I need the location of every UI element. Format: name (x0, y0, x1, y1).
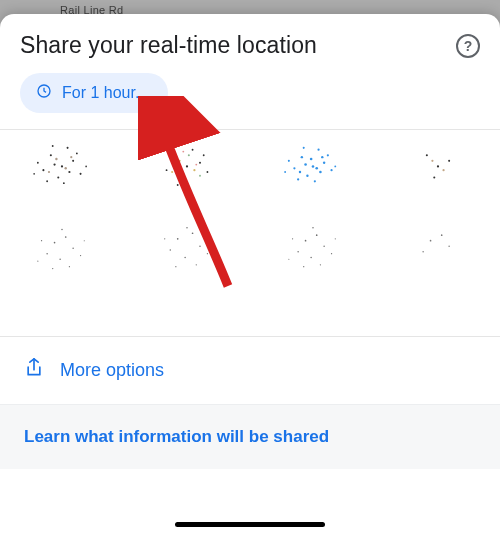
svg-point-45 (171, 171, 173, 173)
svg-point-10 (68, 171, 70, 173)
svg-point-90 (312, 227, 313, 228)
svg-point-50 (196, 164, 198, 166)
learn-info-label: Learn what information will be shared (24, 427, 329, 446)
help-icon: ? (464, 38, 473, 54)
svg-point-30 (61, 229, 62, 230)
svg-point-2 (50, 154, 52, 156)
svg-point-65 (330, 169, 332, 171)
svg-point-71 (297, 178, 299, 180)
svg-point-18 (64, 167, 66, 169)
contact-item[interactable] (10, 150, 114, 306)
contact-item[interactable] (136, 150, 240, 306)
avatar (140, 150, 234, 244)
svg-point-19 (48, 171, 50, 173)
svg-point-12 (76, 153, 78, 155)
svg-point-4 (57, 177, 59, 179)
more-options-label: More options (60, 360, 164, 381)
svg-point-77 (310, 158, 313, 161)
avatar (15, 150, 109, 244)
contact-item[interactable] (387, 150, 491, 306)
svg-point-42 (170, 147, 172, 149)
share-icon (24, 357, 44, 384)
svg-point-36 (181, 177, 183, 179)
svg-point-95 (448, 160, 450, 162)
svg-point-9 (53, 163, 55, 165)
svg-point-1 (61, 165, 63, 167)
sheet-title: Share your real-time location (20, 32, 317, 59)
svg-point-7 (66, 147, 68, 149)
contact-name (136, 250, 240, 306)
help-button[interactable]: ? (456, 34, 480, 58)
svg-point-46 (188, 154, 190, 156)
svg-point-100 (441, 234, 443, 236)
svg-point-13 (52, 145, 54, 147)
svg-point-33 (186, 165, 188, 167)
share-sheet: Share your real-time location ? For 1 ho… (0, 14, 500, 537)
svg-point-60 (186, 227, 187, 228)
svg-point-102 (449, 246, 450, 247)
svg-point-70 (319, 171, 322, 174)
svg-point-96 (434, 177, 436, 179)
svg-point-47 (175, 165, 177, 167)
svg-point-34 (173, 156, 175, 158)
svg-point-43 (179, 160, 181, 162)
sheet-header: Share your real-time location ? (0, 14, 500, 73)
svg-point-26 (41, 240, 42, 241)
svg-point-63 (323, 162, 325, 164)
svg-point-86 (292, 238, 293, 239)
svg-point-94 (426, 154, 428, 156)
svg-point-81 (304, 240, 306, 242)
svg-point-54 (199, 246, 200, 247)
svg-point-97 (432, 160, 434, 162)
svg-point-80 (321, 156, 323, 158)
svg-point-93 (437, 165, 439, 167)
svg-point-20 (70, 156, 72, 158)
svg-point-68 (288, 160, 290, 162)
svg-point-92 (334, 238, 335, 239)
svg-point-22 (65, 236, 67, 238)
svg-point-56 (164, 238, 165, 239)
svg-point-76 (284, 171, 286, 173)
svg-point-44 (194, 169, 196, 171)
svg-point-72 (326, 154, 328, 156)
svg-point-52 (192, 232, 194, 234)
svg-point-15 (85, 166, 87, 168)
svg-point-24 (72, 247, 73, 248)
svg-point-99 (430, 240, 432, 242)
svg-point-16 (33, 173, 35, 175)
duration-chip-label: For 1 hour... (62, 84, 148, 102)
svg-point-64 (306, 175, 308, 177)
contact-item[interactable] (261, 150, 365, 306)
svg-point-6 (42, 169, 44, 171)
svg-point-48 (199, 175, 201, 177)
svg-point-39 (192, 149, 194, 151)
clock-icon (36, 83, 52, 103)
svg-point-69 (304, 163, 307, 166)
svg-point-75 (334, 166, 336, 168)
svg-point-41 (203, 154, 205, 156)
svg-point-8 (37, 162, 39, 164)
bottom-area (0, 469, 500, 537)
learn-info-link[interactable]: Learn what information will be shared (0, 404, 500, 469)
svg-point-82 (316, 234, 318, 236)
svg-point-32 (83, 240, 84, 241)
svg-point-17 (55, 158, 57, 160)
contacts-carousel[interactable] (0, 129, 500, 337)
svg-point-11 (46, 180, 48, 182)
contact-name (10, 250, 114, 306)
svg-point-78 (315, 167, 318, 170)
contact-name (387, 250, 491, 306)
svg-point-74 (313, 180, 315, 182)
duration-chip[interactable]: For 1 hour... (20, 73, 168, 113)
svg-point-37 (207, 171, 209, 173)
svg-point-84 (323, 246, 324, 247)
more-options-button[interactable]: More options (0, 337, 500, 404)
svg-point-49 (183, 151, 185, 153)
svg-point-61 (311, 165, 314, 168)
svg-point-98 (443, 169, 445, 171)
svg-point-51 (177, 238, 179, 240)
svg-point-79 (299, 171, 301, 173)
home-indicator (175, 522, 325, 527)
svg-point-73 (302, 147, 304, 149)
svg-point-62 (300, 156, 302, 158)
